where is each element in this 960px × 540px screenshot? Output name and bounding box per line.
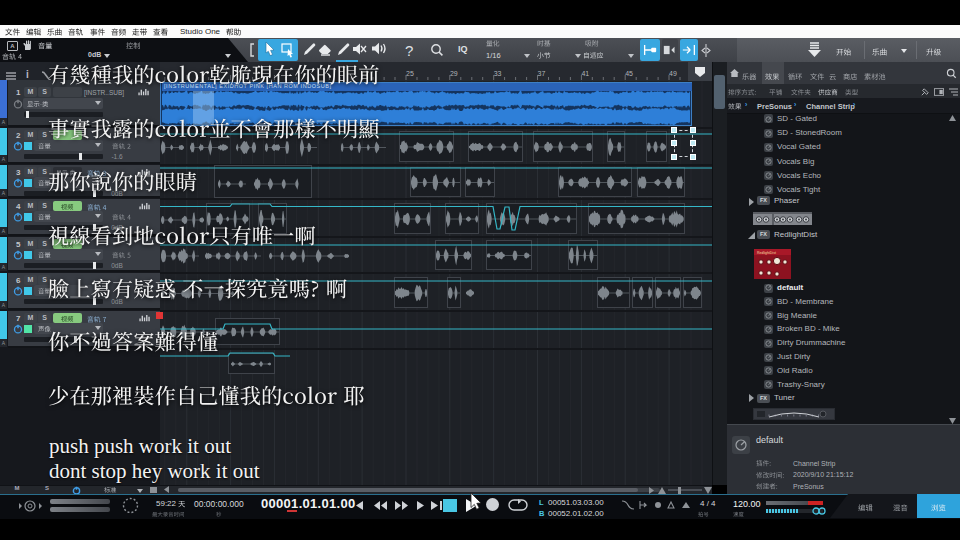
svg-text:41: 41 — [581, 70, 589, 77]
svg-text:RedlightDist: RedlightDist — [757, 251, 776, 255]
svg-text:33: 33 — [494, 70, 502, 77]
svg-text:49: 49 — [669, 70, 677, 77]
svg-text:25: 25 — [406, 70, 414, 77]
svg-text:29: 29 — [450, 70, 458, 77]
svg-text:45: 45 — [625, 70, 633, 77]
svg-text:37: 37 — [538, 70, 546, 77]
